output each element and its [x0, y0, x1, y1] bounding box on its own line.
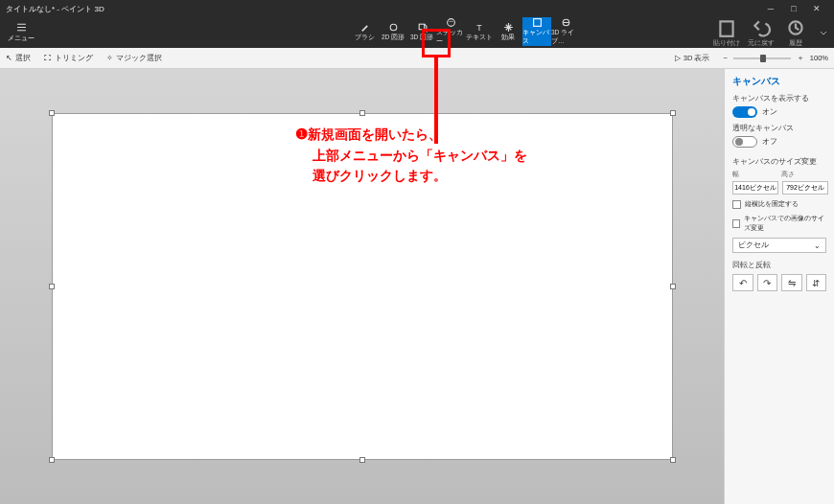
tool-canvas[interactable]: キャンバス [522, 17, 551, 46]
tool-effects[interactable]: 効果 [494, 17, 522, 46]
transparent-canvas-label: 透明なキャンバス [732, 124, 826, 133]
zoom-value[interactable]: 100% [810, 54, 828, 62]
app-title: タイトルなし* - ペイント 3D [6, 4, 104, 14]
resize-handle-tm[interactable] [359, 110, 365, 116]
zoom-control: − ＋ 100% [723, 54, 828, 63]
undo-icon [751, 17, 772, 38]
lock-aspect-label: 縦横比を固定する [745, 199, 799, 209]
svg-text:T: T [476, 22, 482, 32]
tool-brush[interactable]: ブラシ [350, 17, 379, 46]
window-maximize[interactable]: □ [782, 4, 805, 13]
svg-point-3 [449, 21, 450, 22]
tool-text[interactable]: Tテキスト [465, 17, 494, 46]
expand-ribbon-button[interactable] [813, 17, 834, 48]
height-header: 高さ [781, 170, 826, 179]
resize-handle-br[interactable] [670, 457, 676, 463]
flip-horizontal-button[interactable]: ⇋ [781, 274, 802, 291]
shapes-3d-icon [417, 22, 428, 33]
transparent-canvas-state: オフ [762, 137, 777, 147]
zoom-thumb[interactable] [760, 55, 766, 62]
panel-title: キャンバス [732, 75, 826, 88]
svg-point-0 [390, 24, 397, 31]
history-icon [785, 17, 806, 38]
unit-select[interactable]: ピクセル ⌄ [732, 238, 826, 253]
transparent-canvas-toggle[interactable] [732, 136, 757, 148]
ribbon: メニュー ブラシ 2D 図形 3D 図形 ステッカー Tテキスト 効果 キャンバ… [0, 17, 834, 48]
show-canvas-state: オン [762, 107, 777, 117]
resize-handle-mr[interactable] [670, 284, 676, 289]
resize-image-checkbox[interactable] [732, 219, 740, 228]
resize-handle-tl[interactable] [49, 110, 55, 116]
canvas-panel: キャンバス キャンバスを表示する オン 透明なキャンバス オフ キャンバスのサイ… [724, 69, 834, 504]
resize-image-label: キャンバスでの画像のサイズ変更 [744, 214, 826, 233]
resize-handle-tr[interactable] [670, 110, 676, 116]
workspace [0, 69, 724, 504]
magic-select-tool[interactable]: ✧マジック選択 [106, 54, 162, 63]
tool-stickers[interactable]: ステッカー [436, 17, 465, 46]
toolbar: ↖選択 ⛶トリミング ✧マジック選択 ▷3D 表示 − ＋ 100% [0, 48, 834, 69]
tool-3d-shapes[interactable]: 3D 図形 [407, 17, 436, 46]
svg-point-2 [447, 19, 454, 27]
svg-point-4 [451, 21, 452, 22]
undo-button[interactable]: 元に戻す [744, 17, 778, 48]
zoom-slider[interactable] [733, 57, 791, 59]
chevron-down-icon: ⌄ [814, 241, 821, 250]
crop-icon: ⛶ [44, 54, 52, 62]
cursor-icon: ↖ [6, 54, 12, 62]
zoom-out-button[interactable]: − [723, 54, 727, 62]
menu-button[interactable]: メニュー [0, 17, 42, 48]
paste-button[interactable]: 貼り付け [709, 17, 744, 48]
sticker-icon [446, 17, 456, 28]
rotate-cw-button[interactable]: ↷ [757, 274, 778, 291]
resize-label: キャンバスのサイズ変更 [732, 157, 826, 167]
width-header: 幅 [732, 170, 777, 179]
lock-aspect-checkbox[interactable] [732, 200, 741, 209]
height-input[interactable] [782, 181, 828, 195]
resize-handle-ml[interactable] [49, 284, 55, 289]
width-input[interactable] [732, 181, 778, 195]
titlebar: タイトルなし* - ペイント 3D ─ □ ✕ [0, 0, 834, 17]
show-canvas-toggle[interactable] [732, 106, 757, 118]
paste-icon [716, 17, 737, 38]
window-close[interactable]: ✕ [805, 4, 828, 13]
play-icon: ▷ [675, 54, 681, 62]
hamburger-icon [16, 22, 27, 33]
history-button[interactable]: 履歴 [778, 17, 813, 48]
zoom-in-button[interactable]: ＋ [797, 54, 804, 63]
magic-icon: ✧ [106, 54, 113, 62]
svg-rect-1 [419, 24, 425, 30]
text-icon: T [475, 22, 485, 33]
show-canvas-label: キャンバスを表示する [732, 94, 826, 103]
unit-value: ピクセル [738, 241, 769, 250]
select-tool[interactable]: ↖選択 [6, 54, 31, 63]
canvas[interactable] [52, 113, 673, 460]
resize-handle-bl[interactable] [49, 457, 55, 463]
tool-3d-library[interactable]: 3D ライブ… [551, 17, 580, 46]
brush-icon [359, 22, 370, 33]
window-minimize[interactable]: ─ [759, 4, 782, 13]
effects-icon [503, 22, 514, 33]
flip-vertical-button[interactable]: ⇵ [806, 274, 827, 291]
svg-rect-6 [533, 19, 541, 27]
chevron-down-icon [819, 28, 828, 37]
tool-tabs: ブラシ 2D 図形 3D 図形 ステッカー Tテキスト 効果 キャンバス 3D … [249, 17, 681, 46]
tool-2d-shapes[interactable]: 2D 図形 [379, 17, 407, 46]
canvas-container [52, 113, 673, 460]
resize-handle-bm[interactable] [359, 457, 365, 463]
rotate-flip-label: 回転と反転 [732, 261, 826, 270]
svg-rect-8 [720, 21, 732, 35]
shapes-2d-icon [388, 22, 399, 33]
library-icon [561, 17, 571, 28]
crop-tool[interactable]: ⛶トリミング [44, 54, 93, 63]
view-3d-toggle[interactable]: ▷3D 表示 [675, 54, 710, 63]
rotate-ccw-button[interactable]: ↶ [732, 274, 753, 291]
canvas-icon [532, 17, 543, 28]
